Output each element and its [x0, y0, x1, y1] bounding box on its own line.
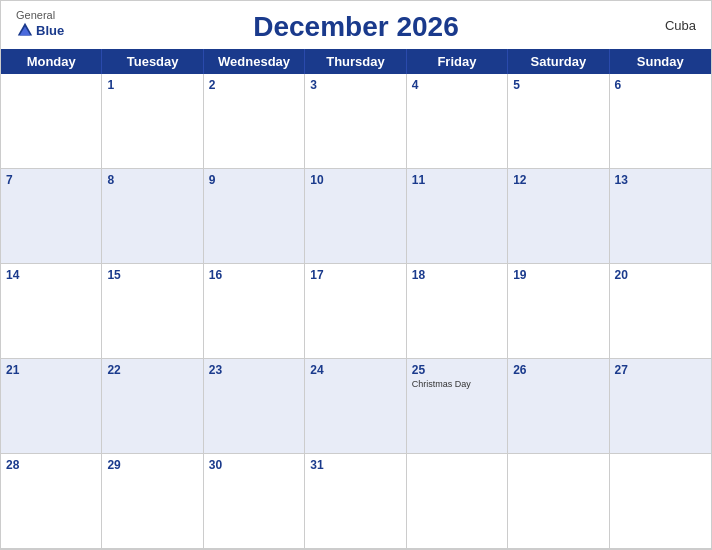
date-number: 11 [412, 173, 425, 187]
country-label: Cuba [665, 18, 696, 33]
date-number: 30 [209, 458, 222, 472]
calendar-cell: 21 [1, 359, 102, 454]
calendar-cell: 1 [102, 74, 203, 169]
date-number: 18 [412, 268, 425, 282]
date-number: 15 [107, 268, 120, 282]
date-number: 25 [412, 363, 425, 377]
calendar-cell: 2 [204, 74, 305, 169]
calendar-cell: 11 [407, 169, 508, 264]
date-number: 1 [107, 78, 114, 92]
calendar-cell: 17 [305, 264, 406, 359]
calendar: General Blue December 2026 Cuba MondayTu… [0, 0, 712, 550]
date-number: 27 [615, 363, 628, 377]
calendar-cell: 13 [610, 169, 711, 264]
calendar-cell [610, 454, 711, 549]
date-number: 10 [310, 173, 323, 187]
date-number: 17 [310, 268, 323, 282]
day-header-friday: Friday [407, 49, 508, 74]
date-number: 8 [107, 173, 114, 187]
calendar-grid: 1234567891011121314151617181920212223242… [1, 74, 711, 549]
calendar-cell: 5 [508, 74, 609, 169]
calendar-cell: 20 [610, 264, 711, 359]
date-number: 19 [513, 268, 526, 282]
calendar-cell: 3 [305, 74, 406, 169]
date-number: 28 [6, 458, 19, 472]
calendar-cell: 6 [610, 74, 711, 169]
date-number: 24 [310, 363, 323, 377]
calendar-cell [1, 74, 102, 169]
calendar-cell: 8 [102, 169, 203, 264]
date-number: 2 [209, 78, 216, 92]
calendar-cell: 31 [305, 454, 406, 549]
logo-general: General [16, 9, 55, 21]
day-header-tuesday: Tuesday [102, 49, 203, 74]
calendar-cell [508, 454, 609, 549]
calendar-cell: 7 [1, 169, 102, 264]
date-number: 9 [209, 173, 216, 187]
logo-icon [16, 21, 34, 39]
calendar-cell: 22 [102, 359, 203, 454]
calendar-cell: 10 [305, 169, 406, 264]
calendar-cell: 28 [1, 454, 102, 549]
day-header-thursday: Thursday [305, 49, 406, 74]
date-number: 5 [513, 78, 520, 92]
date-number: 20 [615, 268, 628, 282]
date-number: 23 [209, 363, 222, 377]
calendar-cell: 24 [305, 359, 406, 454]
calendar-cell: 12 [508, 169, 609, 264]
date-number: 31 [310, 458, 323, 472]
day-header-monday: Monday [1, 49, 102, 74]
calendar-cell: 23 [204, 359, 305, 454]
date-number: 4 [412, 78, 419, 92]
calendar-cell: 9 [204, 169, 305, 264]
event-label: Christmas Day [412, 379, 471, 389]
calendar-cell [407, 454, 508, 549]
logo-blue: Blue [16, 21, 64, 39]
calendar-cell: 19 [508, 264, 609, 359]
date-number: 29 [107, 458, 120, 472]
date-number: 13 [615, 173, 628, 187]
date-number: 12 [513, 173, 526, 187]
date-number: 6 [615, 78, 622, 92]
calendar-cell: 30 [204, 454, 305, 549]
date-number: 7 [6, 173, 13, 187]
month-title: December 2026 [253, 11, 458, 43]
calendar-cell: 25Christmas Day [407, 359, 508, 454]
date-number: 16 [209, 268, 222, 282]
calendar-cell: 29 [102, 454, 203, 549]
calendar-cell: 18 [407, 264, 508, 359]
day-headers: MondayTuesdayWednesdayThursdayFridaySatu… [1, 49, 711, 74]
calendar-header: General Blue December 2026 Cuba [1, 1, 711, 49]
date-number: 14 [6, 268, 19, 282]
date-number: 26 [513, 363, 526, 377]
day-header-sunday: Sunday [610, 49, 711, 74]
calendar-cell: 27 [610, 359, 711, 454]
calendar-cell: 4 [407, 74, 508, 169]
day-header-wednesday: Wednesday [204, 49, 305, 74]
calendar-cell: 15 [102, 264, 203, 359]
logo: General Blue [16, 9, 64, 39]
date-number: 3 [310, 78, 317, 92]
date-number: 21 [6, 363, 19, 377]
day-header-saturday: Saturday [508, 49, 609, 74]
calendar-cell: 26 [508, 359, 609, 454]
calendar-cell: 14 [1, 264, 102, 359]
date-number: 22 [107, 363, 120, 377]
calendar-cell: 16 [204, 264, 305, 359]
